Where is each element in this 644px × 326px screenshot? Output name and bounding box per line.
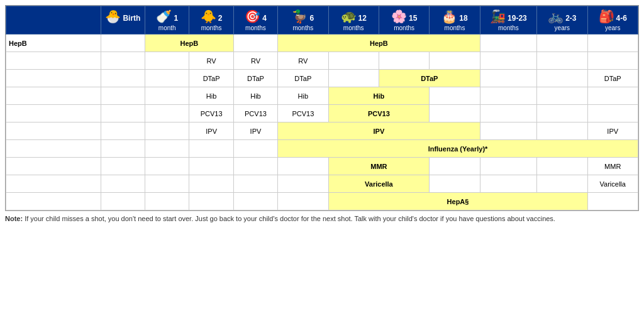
4y-icon: 🎒 bbox=[599, 9, 614, 23]
pcv13-12m-15m: PCV13 bbox=[328, 105, 430, 122]
hepa-2m bbox=[189, 193, 233, 210]
varicella-2y bbox=[537, 175, 587, 193]
18m-icon: 🎂 bbox=[441, 9, 457, 23]
ipv-2m: IPV bbox=[189, 122, 233, 140]
hepa-1m bbox=[145, 193, 189, 210]
19m-sub: months bbox=[498, 24, 519, 31]
varicella-19m bbox=[480, 175, 536, 193]
dtap-12m bbox=[328, 70, 379, 87]
pcv13-4m: PCV13 bbox=[233, 105, 277, 122]
pcv13-18m bbox=[430, 105, 480, 122]
6m-icon: 🦆 bbox=[292, 9, 308, 23]
dtap-name bbox=[6, 70, 101, 87]
hepb-birth bbox=[101, 35, 145, 52]
pcv13-6m: PCV13 bbox=[278, 105, 328, 122]
header-4y: 🎒 4-6 years bbox=[587, 6, 638, 35]
mmr-4y: MMR bbox=[587, 158, 638, 175]
hepa-name bbox=[6, 193, 101, 210]
vaccine-table: 🐣 Birth 🍼 1 month 🐥 2 months 🎯 4 months bbox=[6, 6, 638, 210]
note-text: If your child misses a shot, you don't n… bbox=[23, 215, 555, 222]
influenza-name bbox=[6, 140, 101, 158]
ipv-name bbox=[6, 122, 101, 140]
influenza-2m bbox=[189, 140, 233, 158]
header-birth: 🐣 Birth bbox=[101, 6, 145, 35]
4y-sub: years bbox=[605, 24, 620, 31]
rv-4y bbox=[587, 52, 638, 70]
dtap-1m bbox=[145, 70, 189, 87]
varicella-name bbox=[6, 175, 101, 193]
rv-2y bbox=[537, 52, 587, 70]
mmr-2m bbox=[189, 158, 233, 175]
birth-icon: 🐣 bbox=[105, 9, 121, 23]
dtap-row: DTaP DTaP DTaP DTaP DTaP bbox=[6, 70, 638, 87]
4m-icon: 🎯 bbox=[245, 9, 260, 23]
2m-icon: 🐥 bbox=[201, 9, 216, 23]
18m-sub: months bbox=[445, 24, 465, 31]
pcv13-birth bbox=[101, 105, 145, 122]
ipv-1m bbox=[145, 122, 189, 140]
hib-2m: Hib bbox=[189, 87, 233, 105]
varicella-birth bbox=[101, 175, 145, 193]
hepa-row: HepA§ bbox=[6, 193, 638, 210]
rv-12m bbox=[328, 52, 379, 70]
18m-label: 18 bbox=[459, 14, 467, 23]
influenza-6m-4y: Influenza (Yearly)* bbox=[278, 140, 638, 158]
hib-18m bbox=[430, 87, 480, 105]
6m-sub: months bbox=[292, 24, 313, 31]
ipv-6m-18m: IPV bbox=[278, 122, 480, 140]
mmr-4m bbox=[233, 158, 277, 175]
mmr-row: MMR MMR bbox=[6, 158, 638, 175]
12m-icon: 🐢 bbox=[341, 9, 357, 23]
1m-label: 1 bbox=[174, 14, 178, 23]
hepb-4y bbox=[587, 35, 638, 52]
1m-icon: 🍼 bbox=[156, 9, 172, 23]
mmr-6m bbox=[278, 158, 328, 175]
hepa-birth bbox=[101, 193, 145, 210]
mmr-birth bbox=[101, 158, 145, 175]
varicella-4m bbox=[233, 175, 277, 193]
hib-4m: Hib bbox=[233, 87, 277, 105]
pcv13-1m bbox=[145, 105, 189, 122]
dtap-2y bbox=[537, 70, 587, 87]
mmr-19m bbox=[480, 158, 536, 175]
rv-row: RV RV RV bbox=[6, 52, 638, 70]
rv-6m: RV bbox=[278, 52, 328, 70]
vaccine-schedule-container: 🐣 Birth 🍼 1 month 🐥 2 months 🎯 4 months bbox=[5, 5, 639, 211]
mmr-2y bbox=[537, 158, 587, 175]
12m-sub: months bbox=[343, 24, 364, 31]
2y-label: 2-3 bbox=[565, 14, 576, 23]
varicella-row: Varicella Varicella bbox=[6, 175, 638, 193]
15m-icon: 🌸 bbox=[391, 9, 407, 23]
mmr-18m bbox=[430, 158, 480, 175]
header-15m: 🌸 15 months bbox=[379, 6, 429, 35]
dtap-4m: DTaP bbox=[233, 70, 277, 87]
rv-name bbox=[6, 52, 101, 70]
19m-icon: 🚂 bbox=[490, 9, 506, 23]
varicella-4y: Varicella bbox=[587, 175, 638, 193]
hib-19m bbox=[480, 87, 536, 105]
header-19m: 🚂 19-23 months bbox=[480, 6, 536, 35]
hepa-2y bbox=[587, 193, 638, 210]
2m-sub: months bbox=[201, 24, 222, 31]
rv-15m bbox=[379, 52, 429, 70]
15m-label: 15 bbox=[409, 14, 417, 23]
header-4m: 🎯 4 months bbox=[233, 6, 277, 35]
dtap-2m: DTaP bbox=[189, 70, 233, 87]
hepa-4m bbox=[233, 193, 277, 210]
header-2m: 🐥 2 months bbox=[189, 6, 233, 35]
hepb-6m-18m: HepB bbox=[278, 35, 480, 52]
2y-icon: 🚲 bbox=[548, 9, 564, 23]
influenza-birth bbox=[101, 140, 145, 158]
note-bold: Note: bbox=[5, 215, 23, 222]
rv-18m bbox=[430, 52, 480, 70]
hib-birth bbox=[101, 87, 145, 105]
header-18m: 🎂 18 months bbox=[430, 6, 480, 35]
hib-1m bbox=[145, 87, 189, 105]
hepb-19m bbox=[480, 35, 536, 52]
hepb-1m-2m: HepB bbox=[145, 35, 234, 52]
pcv13-4y bbox=[587, 105, 638, 122]
ipv-4y: IPV bbox=[587, 122, 638, 140]
header-6m: 🦆 6 months bbox=[278, 6, 328, 35]
dtap-19m bbox=[480, 70, 536, 87]
header-1m: 🍼 1 month bbox=[145, 6, 189, 35]
